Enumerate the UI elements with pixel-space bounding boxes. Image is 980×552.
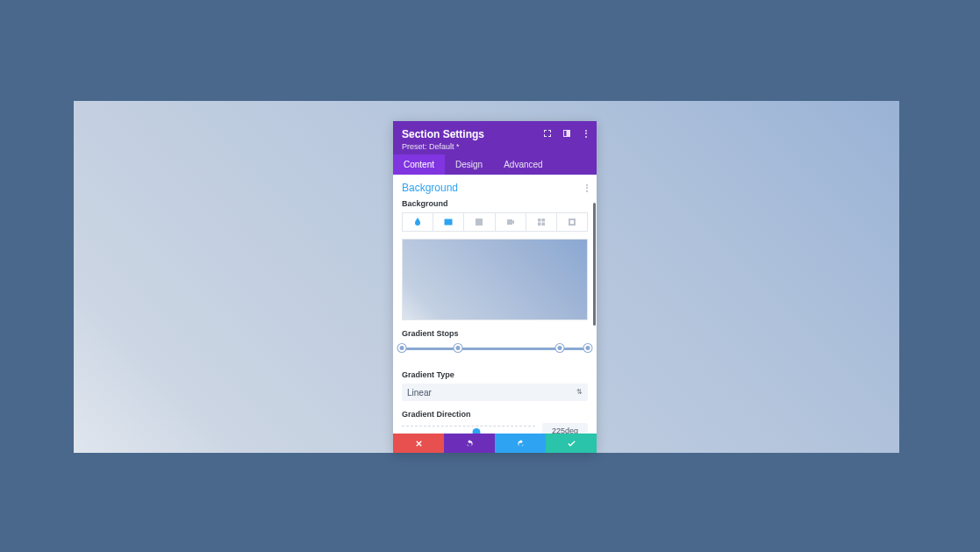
bg-tab-image[interactable] [463, 212, 494, 232]
gradient-icon [443, 217, 454, 227]
gradient-direction-slider[interactable] [402, 426, 535, 434]
modal-header: Section Settings Preset: Default * [393, 121, 597, 154]
gradient-stop-3[interactable] [556, 344, 564, 352]
undo-button[interactable] [444, 434, 495, 453]
background-label: Background [402, 199, 588, 208]
tab-bar: Content Design Advanced [393, 154, 597, 175]
header-icon-group [542, 128, 591, 139]
chevron-updown-icon: ⇅ [576, 389, 583, 396]
mask-icon [567, 217, 577, 227]
gradient-type-label: Gradient Type [402, 370, 588, 379]
gradient-direction-input[interactable] [542, 423, 588, 434]
scrollbar[interactable] [593, 203, 596, 326]
save-button[interactable] [546, 434, 597, 453]
gradient-stop-1[interactable] [398, 344, 406, 352]
gradient-type-value: Linear [407, 388, 432, 398]
section-settings-modal: Section Settings Preset: Default * Conte… [393, 121, 597, 453]
section-more-icon[interactable] [586, 184, 588, 192]
tab-content[interactable]: Content [393, 154, 445, 175]
bg-tab-mask[interactable] [556, 212, 588, 232]
gradient-direction-label: Gradient Direction [402, 410, 588, 419]
preset-label[interactable]: Preset: Default * [402, 142, 588, 151]
section-title-row: Background [402, 182, 588, 194]
snap-icon[interactable] [562, 128, 572, 139]
bg-tab-gradient[interactable] [433, 212, 463, 232]
redo-button[interactable] [495, 434, 546, 453]
bg-tab-color[interactable] [402, 212, 433, 232]
redo-icon [516, 439, 526, 448]
gradient-type-select[interactable]: Linear ⇅ [402, 384, 588, 401]
undo-icon [465, 439, 475, 448]
tab-advanced[interactable]: Advanced [493, 154, 553, 175]
image-icon [474, 217, 484, 227]
modal-footer [393, 434, 597, 453]
gradient-direction-thumb[interactable] [473, 428, 481, 434]
gradient-stops-slider[interactable] [402, 342, 588, 355]
video-icon [505, 217, 516, 227]
gradient-direction-row [402, 423, 588, 434]
pattern-icon [536, 217, 547, 227]
check-icon [567, 439, 576, 448]
gradient-stop-2[interactable] [454, 344, 461, 352]
background-type-tabs [402, 212, 588, 232]
cancel-button[interactable] [393, 434, 444, 453]
gradient-stop-4[interactable] [584, 344, 592, 352]
more-icon[interactable] [581, 128, 591, 139]
gradient-preview[interactable] [402, 239, 588, 320]
section-title[interactable]: Background [402, 182, 458, 194]
gradient-stops-label: Gradient Stops [402, 329, 588, 338]
droplet-icon [412, 217, 423, 227]
bg-tab-pattern[interactable] [526, 212, 556, 232]
expand-icon[interactable] [542, 128, 553, 139]
direction-line [402, 431, 535, 433]
tab-design[interactable]: Design [445, 154, 493, 175]
close-icon [414, 439, 424, 448]
modal-body: Background Background G [393, 175, 597, 434]
bg-tab-video[interactable] [495, 212, 526, 232]
